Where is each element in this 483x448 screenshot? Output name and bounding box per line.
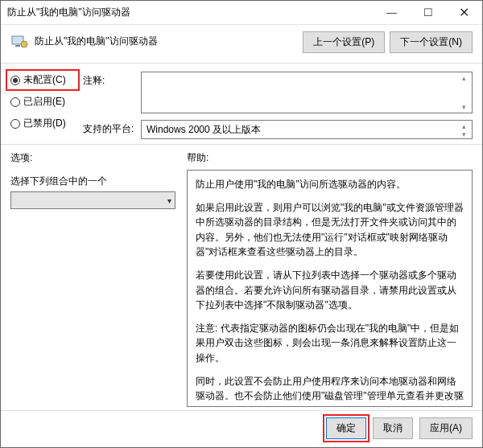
cancel-button[interactable]: 取消 [373,417,413,439]
comment-label: 注释: [83,72,134,113]
scrollbar[interactable]: ▴▾ [457,122,470,137]
policy-icon [10,33,28,51]
supported-platform-box: Windows 2000 及以上版本 ▴▾ [141,120,473,139]
titlebar-buttons: ― ☐ ✕ [374,1,482,24]
minimize-button[interactable]: ― [374,1,410,24]
config-section: 未配置(C) 已启用(E) 已禁用(D) 注释: ▴▾ 支持的平台: Wi [1,64,482,145]
options-label: 选项: [10,151,175,165]
help-paragraph: 注意: 代表指定驱动器的图标仍会出现在"我的电脑"中，但是如果用户双击这些图标，… [196,321,464,366]
ok-button[interactable]: 确定 [326,417,366,439]
drive-combo-dropdown[interactable]: ▾ [10,191,175,209]
radio-disabled[interactable]: 已禁用(D) [10,117,75,130]
state-radio-group: 未配置(C) 已启用(E) 已禁用(D) [10,72,75,139]
header-title: 防止从"我的电脑"访问驱动器 [35,31,296,48]
apply-button[interactable]: 应用(A) [419,417,473,439]
help-label: 帮助: [187,151,473,165]
help-paragraph: 若要使用此设置，请从下拉列表中选择一个驱动器或多个驱动器的组合。若要允许访问所有… [196,268,464,313]
radio-label: 已启用(E) [23,95,65,109]
help-paragraph: 如果启用此设置，则用户可以浏览"我的电脑"或文件资源管理器中所选驱动器的目录结构… [196,200,464,260]
chevron-down-icon: ▾ [167,196,171,205]
dialog-footer: 确定 取消 应用(A) [1,410,482,447]
platform-label: 支持的平台: [83,120,134,139]
radio-enabled[interactable]: 已启用(E) [10,95,75,109]
window-title: 防止从"我的电脑"访问驱动器 [7,6,374,19]
header: 防止从"我的电脑"访问驱动器 上一个设置(P) 下一个设置(N) [1,25,482,64]
radio-icon [10,76,20,85]
radio-icon [10,97,20,107]
platform-value: Windows 2000 及以上版本 [147,123,261,137]
dialog-window: 防止从"我的电脑"访问驱动器 ― ☐ ✕ 防止从"我的电脑"访问驱动器 上一个设… [0,0,483,448]
titlebar: 防止从"我的电脑"访问驱动器 ― ☐ ✕ [1,1,482,25]
next-setting-button[interactable]: 下一个设置(N) [390,31,473,53]
help-paragraph: 同时，此设置不会防止用户使用程序来访问本地驱动器和网络驱动器。也不会防止他们使用… [196,374,464,407]
lower-section: 选项: 选择下列组合中的一个 ▾ 帮助: 防止用户使用"我的电脑"访问所选驱动器… [1,145,482,410]
help-paragraph: 防止用户使用"我的电脑"访问所选驱动器的内容。 [196,177,464,192]
radio-label: 未配置(C) [23,73,66,87]
help-textbox: 防止用户使用"我的电脑"访问所选驱动器的内容。 如果启用此设置，则用户可以浏览"… [187,170,473,407]
maximize-button[interactable]: ☐ [410,1,446,24]
prev-setting-button[interactable]: 上一个设置(P) [303,31,385,53]
radio-not-configured[interactable]: 未配置(C) [8,72,77,88]
comment-textarea[interactable]: ▴▾ [141,72,473,113]
svg-point-2 [21,41,27,47]
close-button[interactable]: ✕ [446,1,482,24]
svg-rect-1 [15,45,20,47]
radio-icon [10,119,20,129]
scrollbar[interactable]: ▴▾ [457,74,470,111]
radio-label: 已禁用(D) [23,117,66,130]
combo-label: 选择下列组合中的一个 [10,175,175,188]
